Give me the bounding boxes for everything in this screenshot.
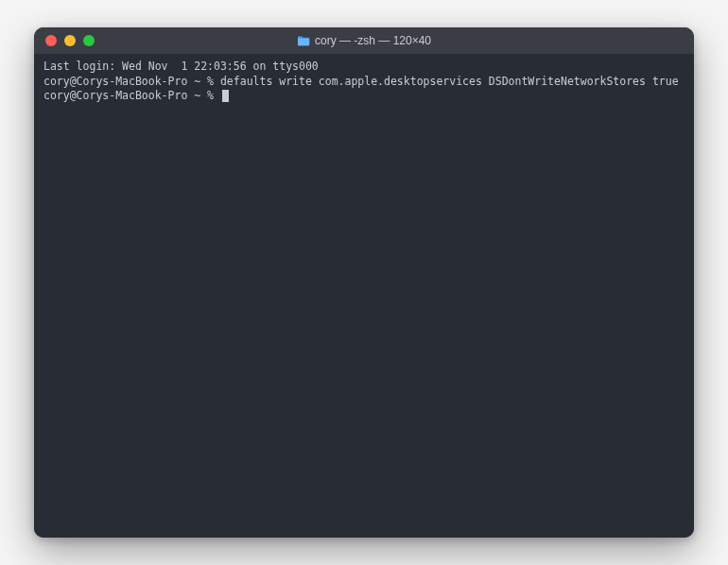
cursor [222,90,229,102]
close-button[interactable] [45,35,57,46]
maximize-button[interactable] [83,35,95,46]
prompt-2: cory@Corys-MacBook-Pro ~ % [43,89,220,102]
titlebar[interactable]: cory — -zsh — 120×40 [34,27,694,54]
command-line-1: cory@Corys-MacBook-Pro ~ % defaults writ… [43,75,685,90]
window-title: cory — -zsh — 120×40 [315,34,431,47]
prompt-1: cory@Corys-MacBook-Pro ~ % [43,75,220,88]
window-title-group: cory — -zsh — 120×40 [297,34,431,47]
command-1-text: defaults write com.apple.desktopservices… [220,75,679,88]
traffic-lights [34,35,95,46]
command-line-2: cory@Corys-MacBook-Pro ~ % [43,89,685,104]
folder-icon [297,36,310,46]
last-login-line: Last login: Wed Nov 1 22:03:56 on ttys00… [43,60,685,75]
terminal-window: cory — -zsh — 120×40 Last login: Wed Nov… [34,27,694,538]
terminal-body[interactable]: Last login: Wed Nov 1 22:03:56 on ttys00… [34,54,694,538]
minimize-button[interactable] [64,35,76,46]
